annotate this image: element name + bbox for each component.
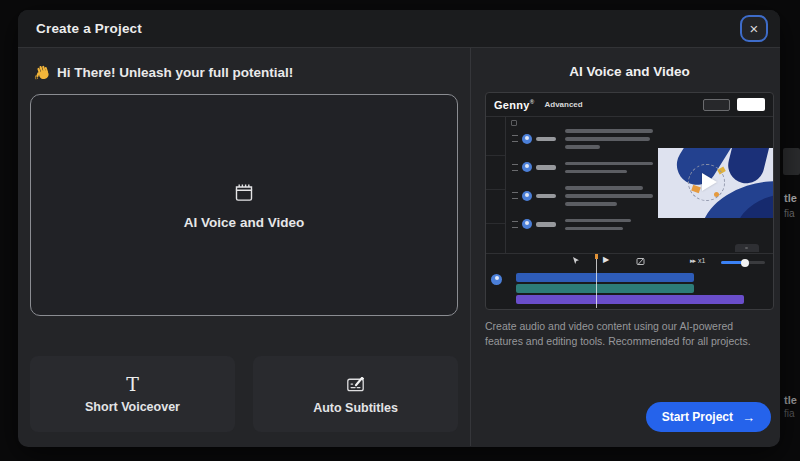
project-description: Create audio and video content using our… xyxy=(485,319,773,349)
ai-voice-and-video-label: AI Voice and Video xyxy=(184,215,304,230)
text-line-placeholder xyxy=(565,129,653,133)
text-line-placeholder xyxy=(565,227,623,231)
background-text-fragment: tle xyxy=(784,192,797,204)
waving-hand-icon xyxy=(34,64,51,81)
speaker-name-placeholder xyxy=(536,137,556,142)
close-button[interactable]: × xyxy=(740,15,768,42)
modal-body: Hi There! Unleash your full potential! A… xyxy=(18,48,780,446)
detail-pane: AI Voice and Video Genny® Advanced xyxy=(470,48,780,446)
preview-ghost-button xyxy=(703,99,730,111)
speaker-name-placeholder xyxy=(536,194,556,199)
volume-knob xyxy=(741,259,749,267)
start-project-label: Start Project xyxy=(662,410,733,424)
drag-handle-icon xyxy=(512,135,518,142)
fast-forward-icon: ▸▸x1 xyxy=(690,257,705,265)
script-list xyxy=(512,129,653,230)
speaker-name-placeholder xyxy=(536,222,556,227)
preview-editor-area xyxy=(486,117,773,254)
genny-logo: Genny® xyxy=(494,99,534,111)
speaker-avatar xyxy=(522,134,532,144)
playhead-line xyxy=(596,254,597,308)
speaker-avatar xyxy=(522,219,532,229)
project-type-pane: Hi There! Unleash your full potential! A… xyxy=(18,48,470,446)
script-row xyxy=(512,219,653,231)
volume-fill xyxy=(721,261,743,264)
text-line-placeholder xyxy=(565,145,600,149)
modal-header: Create a Project × xyxy=(18,10,780,48)
background-text-fragment: fia xyxy=(784,408,795,419)
trim-icon xyxy=(636,257,645,266)
background-text-fragment: tle xyxy=(784,394,797,406)
create-project-modal: Create a Project × xyxy=(18,10,780,447)
music-track xyxy=(516,295,744,304)
detail-heading: AI Voice and Video xyxy=(485,64,774,79)
play-icon: ▶ xyxy=(603,255,609,264)
greeting: Hi There! Unleash your full potential! xyxy=(30,64,458,81)
clapperboard-icon xyxy=(232,181,256,205)
background-card-edge xyxy=(783,148,800,175)
speaker-avatar xyxy=(522,162,532,172)
start-project-button[interactable]: Start Project → xyxy=(646,402,771,432)
preview-solid-button xyxy=(737,98,765,111)
text-line-placeholder xyxy=(565,170,627,174)
script-row xyxy=(512,162,653,174)
play-icon xyxy=(702,173,717,191)
preview-ruler xyxy=(486,117,506,254)
genny-editor-preview-image: Genny® Advanced xyxy=(485,92,774,310)
short-voiceover-card[interactable]: T Short Voiceover xyxy=(30,356,235,432)
video-track xyxy=(516,273,694,282)
text-line-placeholder xyxy=(565,137,650,141)
track-speaker-avatar xyxy=(491,274,502,285)
serif-t-icon: T xyxy=(126,374,139,394)
preview-video-canvas xyxy=(658,148,774,218)
secondary-cards-row: T Short Voiceover Auto Subtitles xyxy=(30,356,458,432)
speaker-name-placeholder xyxy=(536,165,556,170)
advanced-mode-label: Advanced xyxy=(544,100,582,109)
text-line-placeholder xyxy=(565,186,643,190)
drag-handle-icon xyxy=(512,192,518,199)
audio-track xyxy=(516,284,694,293)
preview-timeline: ▶ ▸▸x1 xyxy=(486,253,773,309)
text-line-placeholder xyxy=(565,219,631,223)
background-text-fragment: fia xyxy=(784,208,795,219)
greeting-text: Hi There! Unleash your full potential! xyxy=(57,65,293,80)
text-line-placeholder xyxy=(565,162,653,166)
modal-title: Create a Project xyxy=(36,21,142,36)
speaker-avatar xyxy=(522,191,532,201)
preview-block-icon xyxy=(511,120,517,126)
page-background: tle fia tle fia Create a Project × xyxy=(0,0,800,461)
preview-topbar: Genny® Advanced xyxy=(486,93,773,117)
script-row xyxy=(512,129,653,149)
timeline-controls: ▶ ▸▸x1 xyxy=(486,254,773,270)
playhead-marker xyxy=(595,254,598,259)
brand-mark: ® xyxy=(530,99,535,105)
ai-voice-and-video-card[interactable]: AI Voice and Video xyxy=(30,94,458,316)
playback-rate-label: x1 xyxy=(698,257,705,264)
text-line-placeholder xyxy=(565,202,617,206)
text-line-placeholder xyxy=(565,194,653,198)
cursor-icon xyxy=(572,257,580,266)
auto-subtitles-card[interactable]: Auto Subtitles xyxy=(253,356,458,432)
timeline-tab xyxy=(735,244,759,252)
short-voiceover-label: Short Voiceover xyxy=(85,400,180,414)
drag-handle-icon xyxy=(512,221,518,228)
track-list xyxy=(516,273,744,304)
volume-slider xyxy=(721,261,765,264)
subtitles-edit-icon xyxy=(345,374,366,395)
drag-handle-icon xyxy=(512,164,518,171)
script-row xyxy=(512,186,653,206)
arrow-right-icon: → xyxy=(742,410,755,425)
auto-subtitles-label: Auto Subtitles xyxy=(313,401,398,415)
close-icon: × xyxy=(750,20,759,37)
